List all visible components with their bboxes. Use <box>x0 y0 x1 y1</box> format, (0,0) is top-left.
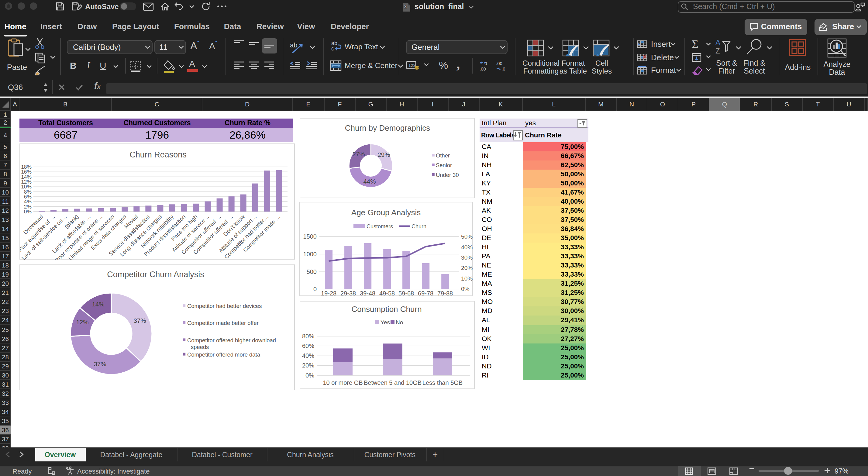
svg-text:44%: 44% <box>363 178 375 185</box>
svg-text:ab: ab <box>331 40 337 46</box>
svg-text:Between 5 and 10GB: Between 5 and 10GB <box>364 379 421 386</box>
svg-text:500: 500 <box>306 269 316 275</box>
svg-text:29%: 29% <box>377 151 390 158</box>
svg-text:49-58: 49-58 <box>379 290 395 297</box>
svg-text:0: 0 <box>313 286 316 293</box>
svg-text:Competitor made better offer: Competitor made better offer <box>187 320 259 326</box>
svg-text:27%: 27% <box>352 150 364 157</box>
svg-text:Churn by Demographics: Churn by Demographics <box>345 123 430 132</box>
svg-text:Yes: Yes <box>380 319 390 326</box>
svg-text:1000: 1000 <box>303 251 317 258</box>
svg-text:Competitor had better devices: Competitor had better devices <box>187 303 262 309</box>
svg-text:14%: 14% <box>92 301 104 307</box>
svg-text:A: A <box>715 38 720 47</box>
svg-text:Senior: Senior <box>436 162 452 169</box>
svg-text:80%: 80% <box>302 333 314 339</box>
svg-text:50%: 50% <box>461 234 472 240</box>
svg-text:No: No <box>395 319 403 326</box>
svg-text:Under 30: Under 30 <box>436 172 459 178</box>
svg-text:Churn Reasons: Churn Reasons <box>129 150 187 159</box>
svg-text:Other: Other <box>436 152 450 159</box>
svg-text:.0: .0 <box>501 66 505 71</box>
svg-text:.00: .00 <box>496 61 502 66</box>
svg-text:Z: Z <box>715 47 720 55</box>
svg-text:.00: .00 <box>479 66 486 71</box>
svg-text:10%: 10% <box>461 275 472 282</box>
svg-text:Competitor offered higher down: Competitor offered higher download <box>187 337 276 344</box>
svg-text:10 or more GB: 10 or more GB <box>322 379 362 386</box>
svg-text:Competitor Churn Analysis: Competitor Churn Analysis <box>107 270 204 279</box>
svg-text:18%: 18% <box>21 164 32 170</box>
svg-text:39-48: 39-48 <box>360 290 375 297</box>
svg-text:0: 0 <box>485 61 487 66</box>
svg-text:40%: 40% <box>461 244 472 250</box>
svg-text:20%: 20% <box>302 362 314 369</box>
svg-text:40%: 40% <box>302 352 314 359</box>
svg-text:Less than 5GB: Less than 5GB <box>422 379 462 386</box>
svg-text:Age Group Analysis: Age Group Analysis <box>351 208 420 217</box>
svg-text:Churn: Churn <box>411 224 426 230</box>
svg-text:c: c <box>331 46 334 52</box>
svg-text:12%: 12% <box>76 319 88 326</box>
svg-text:20%: 20% <box>461 265 472 271</box>
svg-text:X: X <box>404 5 407 9</box>
svg-text:60%: 60% <box>302 343 314 349</box>
svg-text:37%: 37% <box>94 360 106 367</box>
svg-text:ab: ab <box>290 41 297 49</box>
svg-text:79-88: 79-88 <box>437 290 453 297</box>
svg-text:37%: 37% <box>133 317 146 324</box>
svg-text:Customers: Customers <box>366 224 393 230</box>
svg-text:29-38: 29-38 <box>340 290 355 297</box>
svg-text:Competitor offered more data: Competitor offered more data <box>187 351 260 358</box>
svg-text:123: 123 <box>408 63 416 68</box>
svg-text:1500: 1500 <box>303 233 317 240</box>
svg-text:0%: 0% <box>461 286 469 292</box>
svg-text:30%: 30% <box>461 255 472 261</box>
svg-text:Consumption Churn: Consumption Churn <box>351 304 421 314</box>
svg-text:59-68: 59-68 <box>398 290 414 297</box>
svg-text:0%: 0% <box>305 372 314 379</box>
svg-text:speeds: speeds <box>191 344 209 350</box>
svg-text:69-78: 69-78 <box>417 290 433 297</box>
svg-text:19-28: 19-28 <box>321 290 336 297</box>
